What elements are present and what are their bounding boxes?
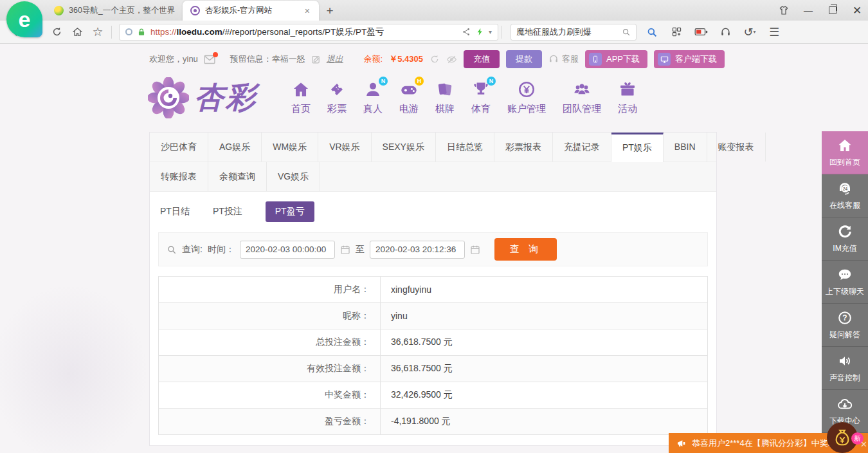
report-tab-日结总览[interactable]: 日结总览	[436, 133, 494, 162]
home-button[interactable]	[67, 23, 87, 41]
apps-grid-icon[interactable]	[666, 23, 687, 41]
report-tab-VG娱乐[interactable]: VG娱乐	[267, 162, 320, 191]
browser-tab-2[interactable]: 杏彩娱乐-官方网站×	[183, 1, 319, 21]
browser-360-logo-icon[interactable]: e	[6, 1, 42, 37]
subtab-PT日结[interactable]: PT日结	[160, 206, 190, 217]
sidebar-item-label: IM充值	[833, 243, 856, 254]
hide-balance-eye-icon[interactable]	[446, 54, 457, 65]
mail-icon[interactable]	[204, 55, 215, 64]
search-tool-icon[interactable]	[642, 23, 662, 41]
balance-value: ￥5.4305	[389, 53, 423, 65]
phone-icon	[589, 53, 602, 66]
report-tab-彩票报表[interactable]: 彩票报表	[494, 133, 553, 162]
nav-item-真人[interactable]: N真人	[355, 80, 391, 115]
row-label: 昵称：	[159, 303, 381, 329]
restore-button[interactable]	[827, 5, 838, 16]
row-label: 总投注金额：	[159, 329, 381, 355]
report-tab-PT娱乐[interactable]: PT娱乐	[611, 133, 664, 162]
report-tab-充提记录[interactable]: 充提记录	[553, 133, 611, 162]
date-to-input[interactable]	[370, 241, 465, 259]
sidebar-item-在线客服[interactable]: 24在线客服	[822, 174, 868, 217]
nav-item-活动[interactable]: 活动	[610, 80, 646, 115]
app-download-button[interactable]: APP下载	[585, 50, 647, 68]
table-row: 中奖金额：32,426.9500 元	[159, 382, 707, 409]
browser-tab-strip: e 360导航_一个主页，整个世界杏彩娱乐-官方网站× + — ✕	[0, 0, 868, 21]
sidebar-item-回到首页[interactable]: 回到首页	[822, 131, 868, 174]
360nav-favicon	[54, 6, 64, 15]
customer-service-link[interactable]: 客服	[548, 53, 579, 65]
report-tab-转账报表[interactable]: 转账报表	[150, 162, 208, 191]
report-tab-余额查询[interactable]: 余额查询	[208, 162, 267, 191]
refresh-balance-icon[interactable]	[429, 54, 440, 64]
table-row: 盈亏金额：-4,191.8000 元	[159, 409, 707, 435]
browser-search-box[interactable]: 魔地征服战力刷到爆	[511, 24, 637, 41]
subtab-PT投注[interactable]: PT投注	[213, 206, 242, 217]
subtab-PT盈亏[interactable]: PT盈亏	[266, 201, 314, 222]
sidebar-item-声音控制[interactable]: 声音控制	[822, 347, 868, 390]
site-logo[interactable]: 杏彩	[148, 77, 257, 118]
nav-item-电游[interactable]: H电游	[391, 80, 427, 115]
new-tab-button[interactable]: +	[319, 1, 341, 21]
date-from-input[interactable]	[240, 241, 335, 259]
logout-link[interactable]: 退出	[327, 53, 343, 65]
edit-icon[interactable]	[311, 55, 321, 64]
row-value: yinu	[381, 303, 408, 329]
close-window-button[interactable]: ✕	[851, 5, 863, 16]
client-download-button[interactable]: 客户端下载	[654, 50, 725, 68]
recharge-button[interactable]: 充值	[464, 50, 500, 68]
query-bar: 查询: 时间： 至 查 询	[158, 232, 708, 266]
nav-item-棋牌[interactable]: 棋牌	[427, 80, 463, 115]
nav-item-团队管理[interactable]: 团队管理	[554, 80, 610, 115]
report-tab-沙巴体育[interactable]: 沙巴体育	[150, 133, 208, 162]
share-icon[interactable]	[462, 27, 471, 37]
monitor-icon	[658, 53, 671, 66]
battery-saver-icon[interactable]	[691, 23, 711, 41]
query-submit-button[interactable]: 查 询	[494, 238, 557, 261]
browser-tab-1[interactable]: 360导航_一个主页，整个世界	[46, 1, 183, 21]
report-tab-账变报表[interactable]: 账变报表	[707, 133, 766, 162]
report-tab-VR娱乐[interactable]: VR娱乐	[318, 133, 371, 162]
address-bar[interactable]: https://lloedu.com/#/report/personal_rep…	[119, 24, 498, 41]
chevron-down-icon[interactable]: ▾	[489, 28, 492, 35]
nav-item-label: 彩票	[327, 103, 347, 115]
favorite-star-icon[interactable]: ☆	[87, 23, 108, 41]
nav-item-label: 电游	[399, 103, 419, 115]
nav-item-label: 活动	[618, 103, 637, 115]
report-tab-SEXY娱乐[interactable]: SEXY娱乐	[372, 133, 436, 162]
withdraw-button[interactable]: 提款	[506, 50, 542, 68]
report-tab-BBIN[interactable]: BBIN	[664, 133, 707, 162]
report-tab-WM娱乐[interactable]: WM娱乐	[262, 133, 318, 162]
row-label: 中奖金额：	[159, 382, 381, 408]
headphones-service-icon[interactable]	[715, 23, 736, 41]
sidebar-item-上下级聊天[interactable]: 上下级聊天	[822, 261, 868, 304]
report-tab-AG娱乐[interactable]: AG娱乐	[208, 133, 262, 162]
reload-button[interactable]	[46, 23, 67, 41]
sidebar-item-疑问解答[interactable]: ?疑问解答	[822, 304, 868, 347]
coin-icon	[518, 80, 536, 98]
marquee-close-icon[interactable]: ✕	[860, 439, 867, 449]
site-info-icon[interactable]	[125, 28, 132, 35]
menu-icon[interactable]: ☰	[764, 23, 784, 41]
nav-item-彩票[interactable]: 彩票	[319, 80, 355, 115]
nav-item-label: 体育	[471, 103, 491, 115]
tab-close-icon[interactable]: ×	[303, 6, 311, 16]
nav-item-体育[interactable]: N体育	[463, 80, 499, 115]
pt-subtabs: PT日结PT投注PT盈亏	[150, 192, 716, 230]
browser-toolbar: ☆ https://lloedu.com/#/report/personal_r…	[0, 21, 868, 44]
table-row: 用户名：xingfuyinu	[159, 277, 707, 303]
row-label: 盈亏金额：	[159, 409, 381, 434]
url-text: https://lloedu.com/#/report/personal_rep…	[150, 26, 457, 38]
speed-lightning-icon[interactable]	[476, 27, 484, 37]
calendar-icon[interactable]	[340, 245, 350, 255]
question-icon: ?	[837, 310, 853, 326]
sidebar-item-IM充值[interactable]: IM充值	[822, 217, 868, 261]
search-icon[interactable]	[622, 28, 631, 37]
nav-item-首页[interactable]: 首页	[283, 80, 319, 115]
minimize-button[interactable]: —	[802, 5, 814, 16]
skin-theme-icon[interactable]	[778, 5, 790, 16]
undo-history-icon[interactable]: ↺▾	[739, 23, 760, 41]
nav-item-账户管理[interactable]: 账户管理	[499, 80, 554, 115]
trophy-icon: N	[472, 80, 490, 98]
service-label: 客服	[562, 53, 579, 65]
calendar-icon[interactable]	[470, 245, 480, 255]
